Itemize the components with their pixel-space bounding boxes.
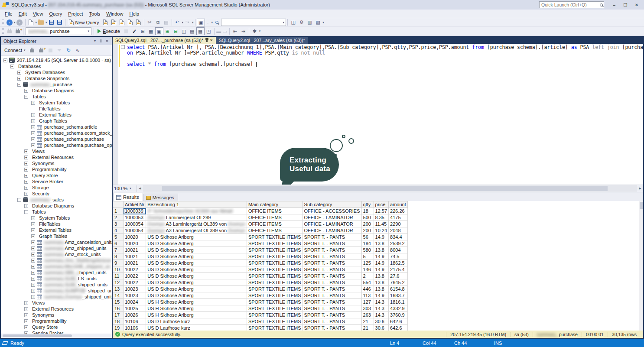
- grid-cell[interactable]: 4175: [389, 214, 408, 221]
- tree-item[interactable]: +Synonyms: [1, 312, 112, 318]
- grid-cell[interactable]: 2* Schneidemaschine XC500 aus Metall: [146, 208, 247, 214]
- quick-launch-input[interactable]: [541, 2, 600, 7]
- tree-item[interactable]: +Security: [1, 191, 112, 197]
- include-actual-plan-button[interactable]: ▣: [155, 27, 163, 35]
- panel-close-icon[interactable]: ✕: [104, 37, 110, 45]
- grid-cell[interactable]: 14.9: [374, 234, 389, 240]
- grid-cell[interactable]: 1000054: [124, 227, 146, 234]
- grid-cell[interactable]: 4332.9: [389, 305, 408, 312]
- wrench-icon[interactable]: ⚙: [297, 19, 306, 26]
- grid-cell[interactable]: 56: [361, 234, 374, 240]
- row-header[interactable]: 2: [113, 214, 124, 221]
- find-combobox[interactable]: ▾: [221, 19, 286, 26]
- grid-cell[interactable]: US D Skihose Arlberg: [146, 247, 247, 253]
- tree-item[interactable]: +Query Store: [1, 324, 112, 330]
- grid-cell[interactable]: 834.4: [389, 234, 408, 240]
- grid-cell[interactable]: 7645.2: [389, 279, 408, 286]
- panel-menu-dropdown[interactable]: ▾: [92, 37, 98, 45]
- grid-cell[interactable]: 1000053: [124, 214, 146, 221]
- grid-cell[interactable]: 10.24: [374, 227, 389, 234]
- collapse-icon[interactable]: −: [10, 65, 14, 68]
- row-header[interactable]: 7: [113, 247, 124, 253]
- expand-icon[interactable]: +: [24, 325, 28, 329]
- grid-column-header[interactable]: Bezeichnung 1: [146, 201, 247, 208]
- nav-forward-button[interactable]: ›: [16, 19, 24, 26]
- grid-cell[interactable]: OFFICE ITEMS: [247, 208, 302, 214]
- row-header[interactable]: 17: [113, 312, 124, 318]
- grid-cell[interactable]: SPORT T. - PANTS: [302, 312, 361, 318]
- tree-item[interactable]: −summary_sales: [1, 197, 112, 203]
- editor-hscrollbar[interactable]: [143, 185, 637, 192]
- grid-cell[interactable]: SPORT T. - PANTS: [302, 279, 361, 286]
- grid-cell[interactable]: 13.8: [374, 286, 389, 292]
- expand-icon[interactable]: +: [31, 283, 35, 287]
- grid-cell[interactable]: SPORT T. - PANTS: [302, 260, 361, 266]
- zoom-combobox[interactable]: 100 % ▾: [113, 185, 137, 192]
- grid-cell[interactable]: 14.9: [374, 253, 389, 260]
- grid-cell[interactable]: 14.9: [374, 292, 389, 299]
- editor-code[interactable]: − select PSA.[Artikel Nr ], PSA.[Bezeich…: [118, 44, 643, 185]
- uncomment-button[interactable]: ▭: [222, 27, 228, 35]
- grid-cell[interactable]: SPORT T. - PANTS: [302, 253, 361, 260]
- grid-corner-header[interactable]: [113, 201, 124, 208]
- grid-cell[interactable]: 8.35: [374, 214, 389, 221]
- grid-cell[interactable]: 8004: [389, 247, 408, 253]
- tree-item[interactable]: +summary.Zoomya_shipped_units: [1, 294, 112, 300]
- tree-item[interactable]: +purchase_schema.ecom_stock_uni: [1, 130, 112, 136]
- results-tab-results[interactable]: Results: [114, 193, 143, 201]
- menu-item-edit[interactable]: Edit: [16, 10, 30, 17]
- tree-item[interactable]: +summary.Jms_Stahlengebnisse: [1, 257, 112, 263]
- activity-monitor-icon[interactable]: ∿: [74, 46, 82, 54]
- new-database-engine-query-button[interactable]: [101, 19, 110, 26]
- menu-item-file[interactable]: File: [2, 10, 16, 17]
- expand-icon[interactable]: +: [31, 234, 35, 238]
- grid-cell[interactable]: OFFICE - LAMINATOR: [302, 214, 361, 221]
- row-header[interactable]: 11: [113, 273, 124, 279]
- tree-item[interactable]: +summary.MicroHB_shipped_un: [1, 263, 112, 269]
- grid-cell[interactable]: 2175.4: [389, 266, 408, 273]
- collapse-icon[interactable]: −: [3, 58, 7, 62]
- include-live-statistics-button[interactable]: ⊞: [163, 27, 172, 35]
- parse-button[interactable]: ✓: [130, 27, 139, 35]
- tree-item[interactable]: +Graph Tables: [1, 118, 112, 124]
- grid-cell[interactable]: SPORT T. - PANTS: [302, 234, 361, 240]
- results-to-file-button[interactable]: ◳: [205, 27, 213, 35]
- grid-cell[interactable]: SPORT TEXTILE ITEMS: [247, 312, 302, 318]
- new-file-button[interactable]: [27, 19, 35, 26]
- grid-cell[interactable]: 10022: [124, 273, 146, 279]
- row-header[interactable]: 8: [113, 253, 124, 260]
- pin-icon[interactable]: [98, 37, 104, 45]
- results-vscrollbar[interactable]: [639, 201, 643, 331]
- grid-cell[interactable]: 30.6: [374, 325, 389, 331]
- grid-column-header[interactable]: price: [374, 201, 389, 208]
- grid-cell[interactable]: OFFICE - LAMINATOR: [302, 221, 361, 227]
- menu-item-window[interactable]: Window: [103, 10, 126, 17]
- grid-cell[interactable]: 18: [361, 208, 374, 214]
- grid-cell[interactable]: OFFICE ITEMS: [247, 214, 302, 221]
- expand-icon[interactable]: +: [31, 222, 35, 226]
- grid-cell[interactable]: SPORT T. - PANTS: [302, 273, 361, 279]
- collapse-icon[interactable]: −: [17, 83, 21, 87]
- editor-hscroll-thumb[interactable]: [162, 186, 608, 191]
- expand-icon[interactable]: +: [31, 240, 35, 244]
- include-client-statistics-button[interactable]: ⊟: [172, 27, 180, 35]
- grid-cell[interactable]: OFFICE ITEMS: [247, 221, 302, 227]
- grid-cell[interactable]: SPORT T. - PANTS: [302, 299, 361, 305]
- expand-icon[interactable]: +: [24, 186, 28, 190]
- grid-cell[interactable]: SPORT TEXTILE ITEMS: [247, 292, 302, 299]
- grid-cell[interactable]: 642.6: [389, 318, 408, 325]
- new-mdx-query-button[interactable]: [110, 19, 118, 26]
- row-header[interactable]: 4: [113, 227, 124, 234]
- tree-item[interactable]: +summary.SUM_LS_units: [1, 276, 112, 282]
- grid-cell[interactable]: 554: [361, 279, 374, 286]
- grid-cell[interactable]: 10106: [124, 325, 146, 331]
- find-dropdown[interactable]: ▾: [283, 21, 285, 24]
- grid-cell[interactable]: US D Skihose Arlberg: [146, 260, 247, 266]
- grid-cell[interactable]: 10021: [124, 247, 146, 253]
- grid-cell[interactable]: 303: [361, 305, 374, 312]
- tree-item[interactable]: +purchase_schema.article: [1, 124, 112, 130]
- grid-cell[interactable]: Zoomyo A3 Laminiergerät OL389 von Zoomyo: [146, 227, 247, 234]
- grid-cell[interactable]: SPORT T. - PANTS: [302, 247, 361, 253]
- grid-cell[interactable]: 11.45: [374, 221, 389, 227]
- save-all-button[interactable]: [55, 19, 64, 26]
